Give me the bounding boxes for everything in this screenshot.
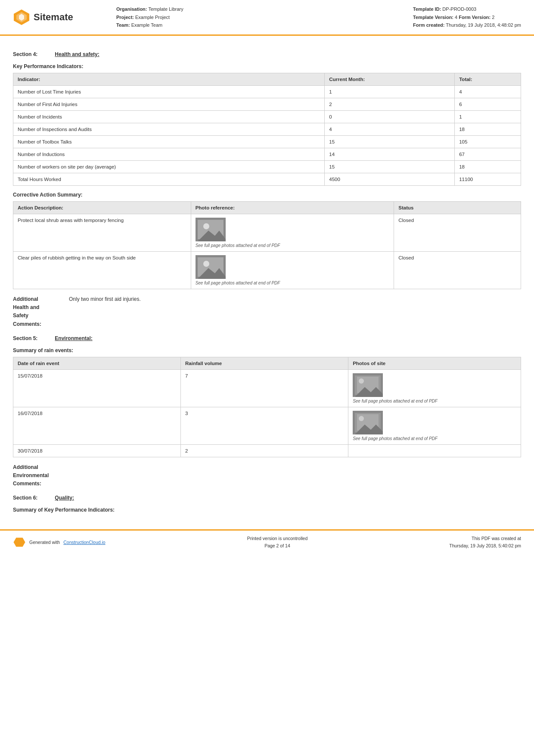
- table-cell: 2: [325, 98, 455, 111]
- table-cell: 4: [325, 123, 455, 136]
- footer-uncontrolled: Printed version is uncontrolled: [247, 535, 308, 542]
- kpi-title: Key Performance Indicators:: [13, 63, 521, 69]
- template-id-label: Template ID:: [413, 6, 441, 12]
- rain-photo-cell: [348, 444, 521, 457]
- photo-thumbnail: [196, 218, 226, 241]
- section4-label: Section 4:: [13, 51, 37, 57]
- table-row: Number of Inspections and Audits418: [13, 123, 521, 136]
- corrective-action-table: Action Description: Photo reference: Sta…: [13, 201, 521, 289]
- corrective-action-title: Corrective Action Summary:: [13, 192, 521, 198]
- table-cell: Number of Inspections and Audits: [13, 123, 325, 136]
- section6-label: Section 6:: [13, 495, 37, 501]
- svg-point-8: [203, 261, 209, 267]
- rain-col-date: Date of rain event: [13, 357, 181, 369]
- photo-caption: See full page photos attached at end of …: [353, 436, 516, 441]
- table-cell: Number of Lost Time Injuries: [13, 86, 325, 98]
- section5-label: Section 5:: [13, 335, 37, 341]
- template-id-value: DP-PROD-0003: [442, 6, 476, 12]
- table-cell: 105: [455, 136, 521, 148]
- form-version-label: Form Version:: [459, 15, 491, 20]
- table-row: Number of Lost Time Injuries14: [13, 86, 521, 98]
- table-cell: 15: [325, 136, 455, 148]
- logo-text: Sitemate: [34, 12, 73, 23]
- additional-env-label: AdditionalEnvironmentalComments:: [13, 463, 69, 488]
- rain-volume-cell: 2: [181, 444, 348, 457]
- ca-col-description: Action Description:: [13, 202, 191, 214]
- table-row: Clear piles of rubbish getting in the wa…: [13, 252, 521, 289]
- table-cell: 0: [325, 111, 455, 123]
- section4-heading: Section 4: Health and safety:: [13, 51, 521, 57]
- photo-thumbnail: [196, 255, 226, 279]
- section6-heading: Section 6: Quality:: [13, 495, 521, 501]
- table-cell: 18: [455, 123, 521, 136]
- photo-thumbnail: [353, 411, 383, 434]
- table-cell: 18: [455, 161, 521, 173]
- table-row: Protect local shrub areas with temporary…: [13, 214, 521, 252]
- photo-caption: See full page photos attached at end of …: [196, 281, 390, 285]
- ca-status-cell: Closed: [394, 252, 521, 289]
- quality-kpi-title: Summary of Key Performance Indicators:: [13, 507, 521, 513]
- section6-value: Quality:: [55, 495, 74, 501]
- rain-volume-cell: 7: [181, 369, 348, 407]
- table-row: Total Hours Worked450011100: [13, 173, 521, 186]
- additional-hs-label: AdditionalHealth andSafetyComments:: [13, 295, 69, 328]
- svg-marker-20: [14, 538, 25, 547]
- form-version-value: 2: [492, 15, 494, 20]
- rain-date-cell: 30/07/2018: [13, 444, 181, 457]
- sitemate-logo-icon: [13, 9, 30, 26]
- footer-pdf-created-prefix: This PDF was created at: [449, 535, 521, 542]
- table-cell: 4500: [325, 173, 455, 186]
- header-meta-right: Template ID: DP-PROD-0003 Template Versi…: [413, 5, 521, 29]
- additional-hs-value: Only two minor first aid injuries.: [69, 295, 521, 328]
- additional-env-block: AdditionalEnvironmentalComments:: [13, 463, 521, 488]
- header-metadata: Organisation: Template Library Project: …: [99, 5, 521, 29]
- page-header: Sitemate Organisation: Template Library …: [0, 0, 534, 36]
- kpi-table: Indicator: Current Month: Total: Number …: [13, 73, 521, 186]
- project-label: Project:: [116, 15, 134, 20]
- table-cell: Total Hours Worked: [13, 173, 325, 186]
- page-footer: Generated with ConstructionCloud.io Prin…: [0, 529, 534, 554]
- rain-col-photos: Photos of site: [348, 357, 521, 369]
- project-value: Example Project: [135, 15, 170, 20]
- org-value: Template Library: [148, 6, 183, 12]
- photo-caption: See full page photos attached at end of …: [353, 399, 516, 403]
- template-version-value: 4: [455, 15, 457, 20]
- photo-caption: See full page photos attached at end of …: [196, 243, 390, 248]
- rain-volume-cell: 3: [181, 407, 348, 444]
- form-created-value: Thursday, 19 July 2018, 4:48:02 pm: [446, 22, 521, 28]
- table-row: Number of Incidents01: [13, 111, 521, 123]
- main-content: Section 4: Health and safety: Key Perfor…: [0, 36, 534, 521]
- rain-events-title: Summary of rain events:: [13, 347, 521, 353]
- team-label: Team:: [116, 22, 130, 28]
- team-value: Example Team: [131, 22, 163, 28]
- template-version-label: Template Version:: [413, 15, 453, 20]
- table-cell: 15: [325, 161, 455, 173]
- table-cell: 4: [455, 86, 521, 98]
- footer-generated-link[interactable]: ConstructionCloud.io: [63, 540, 105, 545]
- table-row: Number of Toolbox Talks15105: [13, 136, 521, 148]
- table-cell: 6: [455, 98, 521, 111]
- footer-right: This PDF was created at Thursday, 19 Jul…: [449, 535, 521, 550]
- ca-status-cell: Closed: [394, 214, 521, 252]
- section5-value: Environmental:: [55, 335, 92, 341]
- ca-description-cell: Protect local shrub areas with temporary…: [13, 214, 191, 252]
- table-row: Number of workers on site per day (avera…: [13, 161, 521, 173]
- rain-table: Date of rain event Rainfall volume Photo…: [13, 357, 521, 457]
- rain-date-cell: 15/07/2018: [13, 369, 181, 407]
- table-cell: 14: [325, 148, 455, 161]
- table-row: 16/07/20183 See full page photos attache…: [13, 407, 521, 444]
- ca-photo-cell: See full page photos attached at end of …: [191, 252, 394, 289]
- footer-page: Page 2 of 14: [247, 542, 308, 550]
- additional-env-value: [69, 463, 521, 488]
- table-cell: Number of workers on site per day (avera…: [13, 161, 325, 173]
- footer-logo-icon: [13, 537, 26, 547]
- table-cell: Number of First Aid Injuries: [13, 98, 325, 111]
- table-cell: 67: [455, 148, 521, 161]
- additional-hs-block: AdditionalHealth andSafetyComments: Only…: [13, 295, 521, 328]
- photo-thumbnail: [353, 373, 383, 397]
- svg-point-18: [359, 416, 364, 421]
- rain-col-volume: Rainfall volume: [181, 357, 348, 369]
- rain-photo-cell: See full page photos attached at end of …: [348, 369, 521, 407]
- table-row: Number of First Aid Injuries26: [13, 98, 521, 111]
- footer-left: Generated with ConstructionCloud.io: [13, 537, 106, 547]
